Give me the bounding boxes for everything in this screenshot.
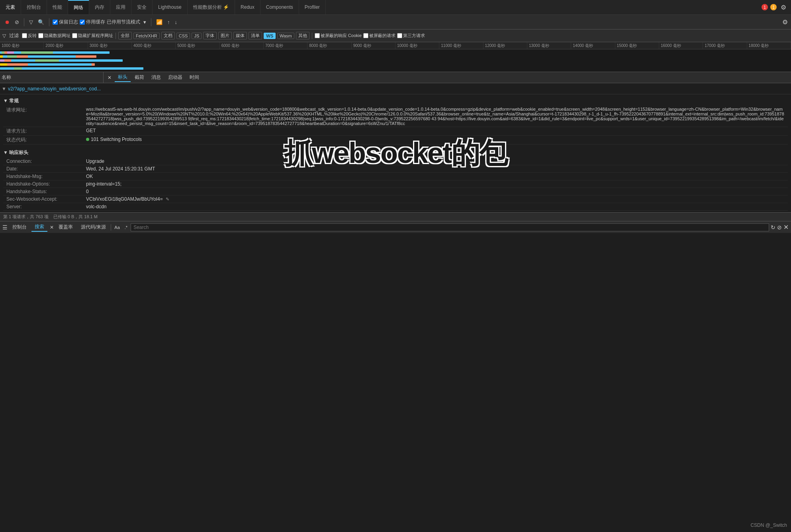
- tab-elements[interactable]: 元素: [0, 0, 21, 14]
- filter-sep-1: [116, 33, 116, 39]
- filter-media[interactable]: 媒体: [233, 32, 247, 39]
- connection-label: Connection:: [6, 158, 86, 164]
- timeline-area: 1000 毫秒2000 毫秒3000 毫秒4000 毫秒5000 毫秒6000 …: [0, 42, 791, 72]
- aa-label: Aa: [113, 225, 121, 230]
- handshake-msg-row: Handshake-Msg: OK: [3, 173, 788, 180]
- timeline-bars: [0, 49, 791, 72]
- stop-button[interactable]: ⊘: [13, 18, 21, 26]
- search-input[interactable]: [131, 223, 769, 231]
- expand-arrow: ▼: [2, 86, 6, 92]
- status-dot: [86, 138, 89, 141]
- bottom-tab-console[interactable]: 控制台: [9, 223, 30, 231]
- tab-performance[interactable]: 性能: [47, 0, 68, 14]
- detail-wrapper: ▼ 常规 请求网址: wss://webcast5-ws-web-hl.douy…: [0, 94, 791, 212]
- filter-img[interactable]: 图片: [218, 32, 232, 39]
- tab-components[interactable]: Components: [260, 0, 299, 14]
- tab-redux[interactable]: Redux: [235, 0, 260, 14]
- devtools-tabs: 元素 控制台 性能 网络 内存 应用 安全 Lighthouse 性能数据分析 …: [0, 0, 791, 15]
- status-label: 状态代码:: [6, 137, 86, 143]
- request-url-value: wss://webcast5-ws-web-hl.douyin.com/webc…: [86, 107, 785, 126]
- col-tab-messages[interactable]: 消息: [148, 73, 164, 82]
- filter-label: 过滤: [8, 32, 20, 39]
- filter-all[interactable]: 全部: [118, 32, 132, 39]
- tab-perf-insights[interactable]: 性能数据分析 ⚡: [188, 0, 235, 14]
- connection-value: Upgrade: [86, 158, 785, 164]
- search-button[interactable]: 🔍: [36, 18, 46, 26]
- tab-lighthouse[interactable]: Lighthouse: [153, 0, 188, 14]
- response-headers-section: ▼ 响应标头 Connection: Upgrade Date: Wed, 24…: [0, 146, 791, 212]
- export-button[interactable]: ↓: [173, 18, 179, 26]
- bottom-close-button[interactable]: ✕: [783, 223, 789, 231]
- hide-data-url-checkbox[interactable]: 隐藏数据网址: [38, 33, 70, 39]
- search-refresh-button[interactable]: ↻: [771, 224, 775, 231]
- tab-application[interactable]: 应用: [110, 0, 131, 14]
- connection-row: Connection: Upgrade: [3, 158, 788, 165]
- edit-icon[interactable]: ✎: [166, 197, 169, 201]
- server-label: Server:: [6, 204, 86, 209]
- filter-fetch-xhr[interactable]: Fetch/XHR: [133, 33, 160, 39]
- tab-profiler[interactable]: Profiler: [299, 0, 326, 14]
- col-close-btn[interactable]: ✕: [105, 74, 114, 81]
- search-clear-button[interactable]: ⊘: [777, 224, 782, 231]
- search-tab-close[interactable]: ✕: [50, 225, 54, 230]
- toolbar-separator-2: [49, 18, 49, 26]
- invert-checkbox[interactable]: 反转: [22, 33, 37, 39]
- toolbar-separator-1: [24, 18, 24, 26]
- filter-sep-2: [312, 33, 312, 39]
- filter-wasm[interactable]: Wasm: [277, 33, 294, 39]
- date-label: Date:: [6, 166, 86, 172]
- throttle-dropdown[interactable]: ▾: [142, 18, 148, 26]
- tab-console[interactable]: 控制台: [21, 0, 47, 14]
- sec-ws-accept-row: Sec-Websocket-Accept: VCbiVxoEGi18qG0AMJ…: [3, 196, 788, 203]
- date-value: Wed, 24 Jul 2024 15:20:31 GMT: [86, 166, 785, 172]
- filter-font[interactable]: 字体: [203, 32, 217, 39]
- filter-icon: ▽: [2, 33, 6, 39]
- third-party-checkbox[interactable]: 第三方请求: [397, 33, 425, 39]
- filter-ws[interactable]: WS: [264, 33, 276, 39]
- hide-ext-checkbox[interactable]: 隐藏扩展程序网址: [72, 33, 113, 39]
- general-section-header[interactable]: ▼ 常规: [3, 96, 788, 106]
- col-tab-payload[interactable]: 截荷: [131, 73, 147, 82]
- regex-label: .*: [123, 225, 129, 230]
- server-row: Server: volc-dcdn: [3, 203, 788, 211]
- filter-bar: ▽ 过滤 反转 隐藏数据网址 隐藏扩展程序网址 全部 Fetch/XHR 文档 …: [0, 29, 791, 42]
- wifi-button[interactable]: 📶: [155, 18, 164, 26]
- tab-memory[interactable]: 内存: [89, 0, 110, 14]
- handshake-status-value: 0: [86, 189, 785, 194]
- filter-other[interactable]: 其他: [296, 32, 309, 39]
- col-tab-initiator[interactable]: 启动器: [165, 73, 186, 82]
- requests-summary: 第 1 项请求，共 763 项: [3, 214, 49, 220]
- col-tab-timing[interactable]: 时间: [186, 73, 202, 82]
- blocked-req-checkbox[interactable]: 被屏蔽的请求: [363, 33, 396, 39]
- filter-css[interactable]: CSS: [176, 33, 190, 39]
- status-code-row: 状态代码: 101 Switching Protocols: [3, 136, 788, 145]
- disable-cache-checkbox[interactable]: 停用缓存: [80, 19, 105, 25]
- network-toolbar: ⏺ ⊘ ▽ 🔍 保留日志 停用缓存 已停用节流模式 ▾ 📶 ↑ ↓ ⚙: [0, 15, 791, 29]
- handshake-status-label: Handshake-Status:: [6, 189, 86, 194]
- request-row[interactable]: ▼ v2/?app_name=douyin_web&version_cod...: [0, 83, 791, 94]
- tab-network[interactable]: 网络: [68, 0, 89, 14]
- col-name: 名称: [0, 72, 104, 83]
- blocked-resp-checkbox[interactable]: 被屏蔽的响应 Cookie: [315, 33, 362, 39]
- col-tab-header[interactable]: 标头: [115, 73, 131, 82]
- column-header-row: 名称 ✕ 标头 截荷 消息 启动器 时间: [0, 72, 791, 83]
- handshake-options-value: ping-interval=15;: [86, 181, 785, 187]
- settings-button[interactable]: ⚙: [779, 3, 788, 12]
- bottom-tab-sources[interactable]: 源代码/来源: [78, 223, 109, 231]
- import-button[interactable]: ↑: [166, 18, 172, 26]
- filter-js[interactable]: JS: [192, 33, 202, 39]
- response-headers-header[interactable]: ▼ 响应标头: [3, 148, 788, 158]
- bottom-tab-coverage[interactable]: 覆盖率: [55, 223, 76, 231]
- filter-clear[interactable]: 清单: [249, 32, 262, 39]
- record-button[interactable]: ⏺: [3, 18, 12, 26]
- request-url-label: 请求网址:: [6, 107, 86, 126]
- menu-button[interactable]: ☰: [2, 224, 8, 231]
- filter-toggle-button[interactable]: ▽: [27, 18, 35, 26]
- network-settings-button[interactable]: ⚙: [782, 18, 788, 26]
- request-name: v2/?app_name=douyin_web&version_cod...: [8, 86, 112, 92]
- preserve-log-checkbox[interactable]: 保留日志: [53, 19, 78, 25]
- detail-panel: ▼ 常规 请求网址: wss://webcast5-ws-web-hl.douy…: [0, 94, 791, 212]
- tab-security[interactable]: 安全: [131, 0, 153, 14]
- filter-doc[interactable]: 文档: [161, 32, 175, 39]
- bottom-tab-search[interactable]: 搜索: [31, 223, 47, 232]
